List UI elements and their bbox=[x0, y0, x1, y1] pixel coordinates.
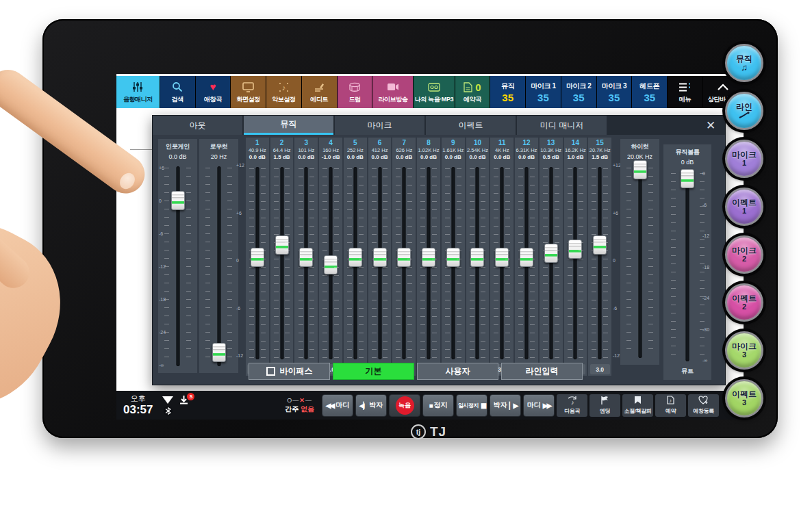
side-button-effect3[interactable]: 이펙트3 bbox=[725, 379, 763, 417]
band-frequency: 40.9 Hz bbox=[249, 147, 266, 153]
footer-button-label: 사용자 bbox=[446, 365, 470, 377]
bypass-checkbox[interactable] bbox=[266, 367, 275, 376]
band-gain-slider[interactable] bbox=[368, 164, 392, 362]
slider-thumb[interactable] bbox=[544, 244, 558, 263]
side-button-line[interactable]: 라인 bbox=[725, 92, 763, 130]
line-input-button[interactable]: 라인입력 bbox=[501, 363, 583, 380]
slider-thumb[interactable] bbox=[681, 169, 694, 188]
band-gain-slider[interactable] bbox=[515, 164, 538, 362]
action-button-label: 예약 bbox=[665, 407, 676, 415]
band-gain-slider[interactable] bbox=[417, 164, 440, 362]
band-gain-slider[interactable] bbox=[392, 164, 416, 362]
toolbar-item-mic2-level[interactable]: 마이크 235 bbox=[561, 76, 596, 108]
measure-back-button[interactable]: ◀◀마디 bbox=[322, 394, 353, 417]
slider-thumb[interactable] bbox=[446, 248, 460, 267]
band-number: 2 bbox=[280, 139, 284, 147]
favorite-register-button[interactable]: 애창등록 bbox=[688, 394, 719, 417]
band-gain-slider[interactable] bbox=[246, 164, 269, 362]
stop-button[interactable]: ■정지 bbox=[422, 394, 454, 417]
high-cut-value: 20.0K Hz bbox=[627, 153, 652, 160]
tab-0[interactable]: 아웃 bbox=[153, 116, 242, 135]
toolbar-item-search[interactable]: 검색 bbox=[160, 76, 195, 108]
music-volume-slider[interactable]: 0-6-12-18-24-30-∞ bbox=[663, 169, 711, 364]
low-cut-slider[interactable] bbox=[199, 164, 238, 369]
toolbar-item-value: 35 bbox=[502, 92, 513, 103]
band-gain-slider[interactable] bbox=[344, 164, 367, 362]
next-song-button[interactable]: ♪다음곡 bbox=[557, 394, 587, 417]
nextsong-icon: ♪ bbox=[568, 396, 577, 406]
bookmark-button[interactable]: 소절/책갈피 bbox=[622, 394, 653, 417]
tab-midi-manager[interactable]: 미디 매니저 bbox=[517, 116, 607, 135]
toolbar-item-headphone-level[interactable]: 헤드폰35 bbox=[632, 76, 667, 108]
tab-1[interactable]: 뮤직 bbox=[244, 116, 333, 135]
band-gain-value: 0.0 dB bbox=[298, 154, 314, 161]
search-icon bbox=[172, 80, 183, 94]
side-button-mic1[interactable]: 마이크1 bbox=[725, 140, 763, 178]
band-gain-value: 0.0 dB bbox=[347, 154, 364, 161]
high-cut-slider[interactable] bbox=[620, 164, 659, 361]
ending-button[interactable]: 엔딩 bbox=[589, 394, 620, 417]
slider-thumb[interactable] bbox=[171, 191, 185, 210]
toolbar-item-drum[interactable]: 드럼 bbox=[338, 76, 372, 108]
slider-thumb[interactable] bbox=[373, 248, 387, 267]
side-button-mic3[interactable]: 마이크3 bbox=[725, 331, 763, 370]
slider-thumb[interactable] bbox=[397, 248, 411, 267]
slider-thumb[interactable] bbox=[212, 343, 226, 362]
reserve-button[interactable]: ♪예약 bbox=[655, 394, 686, 417]
default-button[interactable]: 기본 bbox=[333, 363, 414, 380]
side-button-music[interactable]: 뮤직♫ bbox=[725, 44, 763, 82]
slider-thumb[interactable] bbox=[495, 248, 509, 267]
slider-thumb[interactable] bbox=[568, 240, 582, 259]
tab-2[interactable]: 마이크 bbox=[335, 116, 424, 135]
band-gain-slider[interactable] bbox=[588, 164, 611, 362]
side-button-mic2[interactable]: 마이크2 bbox=[725, 235, 763, 274]
band-gain-slider[interactable] bbox=[294, 164, 318, 362]
toolbar-item-mic3-level[interactable]: 마이크 335 bbox=[597, 76, 632, 108]
toolbar-item-favorite-songs[interactable]: ♥애창곡 bbox=[196, 76, 231, 108]
band-gain-slider[interactable] bbox=[466, 164, 490, 362]
slider-thumb[interactable] bbox=[275, 235, 289, 255]
slider-thumb[interactable] bbox=[251, 248, 264, 267]
toolbar-item-mic1-level[interactable]: 마이크 135 bbox=[526, 76, 561, 108]
band-gain-slider[interactable] bbox=[490, 164, 513, 362]
band-gain-slider[interactable] bbox=[442, 164, 465, 362]
slider-thumb[interactable] bbox=[520, 248, 533, 267]
slider-thumb[interactable] bbox=[470, 248, 484, 267]
side-button-effect2[interactable]: 이펙트2 bbox=[725, 283, 763, 322]
band-gain-slider[interactable] bbox=[270, 164, 294, 362]
bypass-button[interactable]: 바이패스 bbox=[249, 363, 330, 380]
band-gain-slider[interactable] bbox=[540, 164, 563, 362]
close-icon[interactable]: ✕ bbox=[700, 117, 721, 133]
toolbar-item-music-level[interactable]: 뮤직35 bbox=[490, 76, 525, 108]
interlude-toggle[interactable]: O—✕— 간주 없음 bbox=[285, 398, 314, 413]
toolbar-item-edit[interactable]: 에디트 bbox=[302, 76, 337, 108]
toolbar-item-screen-settings[interactable]: 화면설정 bbox=[231, 76, 266, 108]
action-buttons: ♪다음곡엔딩소절/책갈피♪예약애창등록 bbox=[555, 394, 719, 417]
user-button[interactable]: 사용자 bbox=[417, 363, 498, 380]
slider-thumb[interactable] bbox=[422, 248, 435, 267]
band-gain-slider[interactable] bbox=[319, 164, 342, 362]
toolbar-item-live-broadcast[interactable]: 라이브방송 bbox=[372, 76, 413, 108]
measure-forward-button[interactable]: 마디▶▶ bbox=[523, 394, 555, 417]
side-button-effect1[interactable]: 이펙트1 bbox=[725, 188, 763, 226]
toolbar-item-reserved-songs[interactable]: 0예약곡 bbox=[455, 76, 490, 108]
beat-forward-button[interactable]: 박자▏▶ bbox=[490, 394, 521, 417]
toolbar-item-menu[interactable]: 메뉴 bbox=[668, 76, 702, 108]
slider-thumb[interactable] bbox=[633, 160, 647, 179]
beat-back-button[interactable]: ◀▏박자 bbox=[355, 394, 387, 417]
slider-thumb[interactable] bbox=[324, 255, 338, 274]
pause-button[interactable]: 일시정지▮▮ bbox=[456, 394, 487, 417]
band-gain-slider[interactable] bbox=[564, 164, 587, 362]
input-gain-slider[interactable]: +60-6-12-18-24-∞ bbox=[158, 164, 197, 369]
slider-thumb[interactable] bbox=[299, 248, 313, 267]
slider-thumb[interactable] bbox=[348, 248, 362, 267]
toolbar-item-sound-manager[interactable]: 음향매니저 bbox=[116, 76, 160, 108]
slider-thumb[interactable] bbox=[593, 235, 607, 255]
toolbar-item-my-recordings[interactable]: 나의 녹음·MP3 bbox=[414, 76, 454, 108]
toolbar-item-score-settings[interactable]: ♪악보설정 bbox=[266, 76, 301, 108]
band-q-value[interactable]: 3.0 bbox=[590, 364, 610, 374]
mute-label[interactable]: 뮤트 bbox=[681, 367, 694, 376]
record-button[interactable]: 녹음 bbox=[389, 394, 420, 417]
bluetooth-icon bbox=[164, 407, 173, 415]
tab-3[interactable]: 이펙트 bbox=[426, 116, 516, 135]
